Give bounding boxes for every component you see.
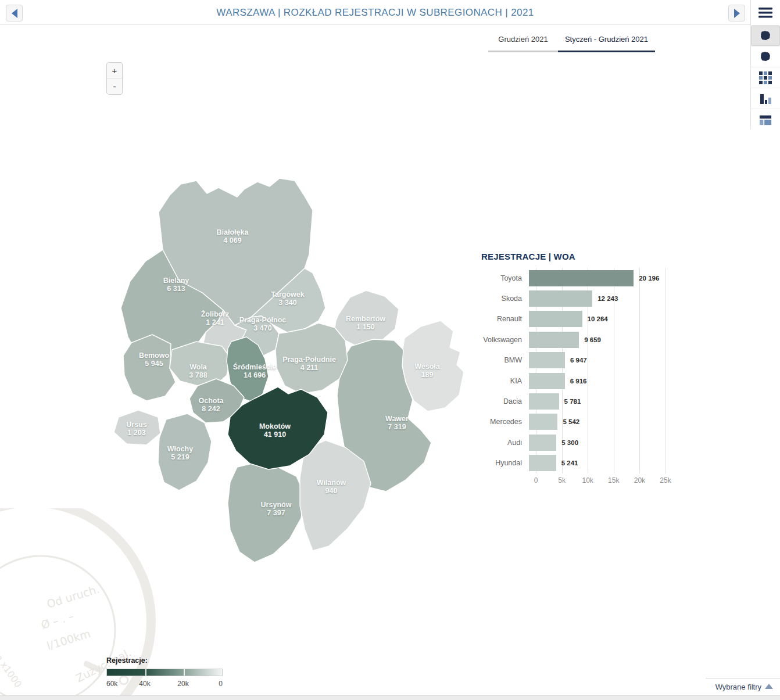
legend-separator	[145, 669, 146, 676]
bar-bmw[interactable]	[529, 352, 565, 368]
tab-grudzien-2021[interactable]: Grudzień 2021	[488, 31, 558, 52]
page-title: WARSZAWA | ROZKŁAD REJESTRACJI W SUBREGI…	[0, 0, 750, 25]
sidebar-item-grid-view[interactable]	[751, 67, 780, 88]
bar-track: 5 542	[529, 414, 674, 430]
bar-toyota[interactable]	[529, 270, 634, 286]
bar-track: 6 947	[529, 352, 674, 368]
bar-category-label: Audi	[481, 439, 529, 447]
warsaw-districts-map: Białołęka4 069Bielany6 313Żoliborz1 241T…	[105, 168, 488, 569]
map-color-legend: Rejestracje: 60k 40k 20k 0	[106, 656, 223, 689]
map-alt-view-icon	[759, 51, 772, 63]
legend-gradient-bar	[106, 669, 223, 676]
app-root: Od uruch. Ø – . – l/100km Zużyc. pal. r/…	[0, 0, 780, 700]
bar-renault[interactable]	[529, 311, 582, 327]
legend-tick: 0	[219, 680, 223, 688]
bar-value-label: 5 781	[564, 393, 581, 410]
zoom-out-button[interactable]: -	[107, 78, 122, 94]
menu-icon	[758, 8, 772, 18]
bar-track: 6 916	[529, 373, 674, 389]
selected-filters-toggle[interactable]: Wybrane filtry	[706, 678, 780, 691]
sidebar-item-map-view[interactable]	[751, 25, 780, 46]
chart-plot-area: Toyota20 196Skoda12 243Renault10 264Volk…	[481, 268, 682, 488]
bar-category-label: Toyota	[481, 274, 529, 282]
bar-hyundai[interactable]	[529, 455, 556, 471]
x-axis-tick: 5k	[558, 476, 566, 484]
bar-track: 10 264	[529, 311, 674, 327]
district-wlochy[interactable]	[158, 414, 212, 490]
bar-skoda[interactable]	[529, 290, 592, 307]
district-wola[interactable]	[170, 342, 230, 386]
chart-row-dacia: Dacia5 781	[481, 391, 682, 411]
grid-view-icon	[759, 71, 772, 84]
bar-track: 20 196	[529, 270, 674, 286]
bar-category-label: Hyundai	[481, 459, 529, 467]
chart-row-renault: Renault10 264	[481, 309, 682, 329]
period-tabs: Grudzień 2021 Styczeń - Grudzień 2021	[488, 31, 655, 52]
bar-category-label: Volkswagen	[481, 336, 529, 344]
bar-value-label: 9 659	[584, 332, 601, 348]
map-view-icon	[759, 30, 772, 42]
bar-category-label: BMW	[481, 356, 529, 364]
bar-category-label: Skoda	[481, 295, 529, 303]
chart-row-bmw: BMW6 947	[481, 350, 682, 371]
watermark-text: Ø – . –	[40, 609, 76, 631]
header: WARSZAWA | ROZKŁAD REJESTRACJI W SUBREGI…	[0, 0, 750, 25]
bar-category-label: Dacia	[481, 397, 529, 405]
bar-audi[interactable]	[529, 435, 556, 451]
x-axis-tick: 0	[534, 476, 538, 484]
left-arrow-icon	[12, 9, 17, 18]
right-arrow-icon	[734, 9, 740, 18]
watermark-text: l/100km	[45, 627, 92, 652]
bar-value-label: 6 947	[570, 352, 587, 368]
bar-value-label: 10 264	[588, 311, 608, 327]
footer-strip	[0, 695, 780, 700]
sidebar-item-layout-view[interactable]	[751, 109, 780, 130]
map-zoom-controls: + -	[106, 62, 123, 95]
chart-x-axis: 05k10k15k20k25k	[536, 476, 682, 488]
watermark-text: r/min x1000	[0, 637, 24, 690]
bar-track: 9 659	[529, 332, 674, 348]
bar-value-label: 5 241	[561, 455, 578, 471]
legend-ticks: 60k 40k 20k 0	[106, 680, 223, 689]
district-praga_poludnie[interactable]	[275, 323, 348, 394]
bar-track: 5 241	[529, 455, 674, 471]
legend-title: Rejestracje:	[106, 656, 223, 665]
view-sidebar	[750, 0, 780, 130]
x-axis-tick: 20k	[634, 476, 645, 484]
district-ursus[interactable]	[114, 410, 160, 445]
district-ursynow[interactable]	[228, 462, 305, 562]
bar-value-label: 5 300	[561, 435, 578, 451]
bar-mercedes[interactable]	[529, 414, 557, 430]
next-page-button[interactable]	[728, 5, 745, 21]
bar-volkswagen[interactable]	[529, 332, 579, 348]
bar-chart-view-icon	[759, 92, 772, 105]
tab-styczen-grudzien-2021[interactable]: Styczeń - Grudzień 2021	[558, 31, 655, 52]
district-bemowo[interactable]	[123, 335, 176, 401]
watermark-dial-ring	[0, 556, 115, 700]
bar-kia[interactable]	[529, 373, 565, 389]
x-axis-tick: 10k	[582, 476, 593, 484]
zoom-in-button[interactable]: +	[107, 63, 122, 78]
bar-category-label: KIA	[481, 377, 529, 385]
legend-tick: 20k	[177, 680, 188, 688]
watermark-text: Od uruch.	[45, 582, 101, 610]
chart-title: REJESTRACJE | WOA	[481, 252, 682, 261]
chart-row-mercedes: Mercedes5 542	[481, 412, 682, 432]
prev-page-button[interactable]	[6, 5, 23, 21]
layout-view-icon	[759, 113, 772, 126]
bar-value-label: 20 196	[639, 270, 659, 286]
legend-tick: 60k	[106, 680, 117, 688]
bar-category-label: Renault	[481, 315, 529, 323]
selected-filters-label: Wybrane filtry	[715, 683, 761, 691]
chart-row-kia: KIA6 916	[481, 371, 682, 391]
bar-dacia[interactable]	[529, 393, 559, 410]
menu-button[interactable]	[751, 0, 780, 25]
sidebar-item-map-alt-view[interactable]	[751, 46, 780, 67]
x-axis-tick: 15k	[608, 476, 619, 484]
sidebar-item-bar-chart-view[interactable]	[751, 88, 780, 109]
chart-row-toyota: Toyota20 196	[481, 268, 682, 288]
bar-track: 5 300	[529, 435, 674, 451]
legend-tick: 40k	[139, 680, 150, 688]
bar-track: 12 243	[529, 290, 674, 307]
watermark-needle	[83, 660, 103, 674]
